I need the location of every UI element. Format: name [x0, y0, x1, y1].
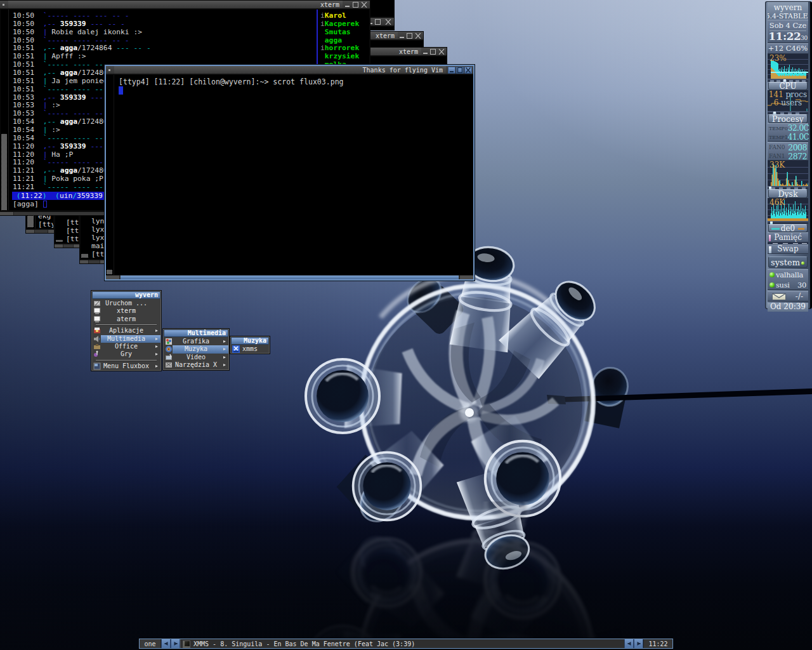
terminal-text: [tt [tt [tt	[66, 218, 79, 243]
resize-grip-left[interactable]	[55, 244, 63, 248]
maximize-button[interactable]	[430, 49, 436, 55]
next-workspace-button[interactable]	[171, 639, 180, 648]
menu-item-aplikacje[interactable]: Aplikacje	[92, 327, 160, 335]
menu-title: wyvern	[92, 291, 160, 299]
gkrellm-net-chart[interactable]: 46K	[768, 198, 808, 221]
vim-xterm-window[interactable]: Thanks for flying Vim [ttyp4] [11:22] [c…	[104, 64, 475, 281]
gkrellm-disk-chart[interactable]: 33K	[768, 161, 808, 186]
fluxbox-root-menu: wyvernUruchom ...xtermatermAplikacjeMult…	[91, 290, 162, 371]
menu-item-narz-dzia-x[interactable]: Narzędzia X	[164, 361, 228, 369]
gkrellm-fans[interactable]: FAN02008FAN12872	[768, 142, 808, 161]
gkrellm-system-button[interactable]: system	[768, 256, 808, 268]
net-rx-indicator	[771, 228, 780, 230]
gkrellm-clock: 11:2230	[768, 31, 808, 44]
swap-krell	[769, 246, 771, 253]
resize-grip-left[interactable]	[80, 260, 89, 263]
window-resize-handle[interactable]	[26, 229, 54, 233]
gkrellm-cpu-button[interactable]: CPU	[768, 82, 808, 90]
next-task-button[interactable]	[634, 639, 643, 648]
xmms-task-icon	[183, 640, 190, 648]
xterm-scrollbar-thumb[interactable]	[1, 134, 7, 210]
close-button[interactable]	[438, 49, 444, 55]
close-button[interactable]	[464, 67, 472, 74]
gkrellm-cpu-chart[interactable]: 23%	[768, 54, 808, 79]
fan-row: FAN02008	[768, 143, 808, 152]
gkrellm-calendar[interactable]: Sob 4 Cze 11:2230	[768, 20, 808, 43]
minimize-button[interactable]	[422, 49, 428, 55]
xterm-scrollbar[interactable]	[1, 10, 9, 210]
menu-item-muzyka[interactable]: Muzyka	[164, 345, 228, 353]
resize-grip-right[interactable]	[73, 244, 79, 248]
resize-grip-left[interactable]	[26, 230, 35, 233]
close-button[interactable]	[385, 19, 391, 25]
gkrellm-monitor[interactable]: wyvern 5.4-STABLE Sob 4 Cze 11:2230 +12 …	[765, 1, 812, 309]
host-led-icon	[769, 282, 775, 288]
task-button-xmms[interactable]: XMMS - 8. Singuila - En Bas De Ma Fenetr…	[180, 639, 624, 648]
host-led-icon	[769, 272, 775, 277]
xterm-scrollbar-thumb[interactable]	[107, 270, 112, 274]
titlebar[interactable]: xterm	[0, 1, 370, 9]
close-button[interactable]	[361, 2, 367, 8]
resize-grip-right[interactable]	[48, 230, 54, 233]
irc-input-line[interactable]: [agga]	[13, 201, 47, 209]
minimize-button[interactable]	[399, 33, 405, 39]
gkrellm-disk-button[interactable]: Dysk	[768, 189, 808, 198]
window-menu-icon[interactable]	[108, 69, 110, 71]
window-resize-handle[interactable]	[80, 260, 106, 263]
gkrellm-proc-chart[interactable]: 141 procs 6 users	[768, 90, 808, 111]
resize-grip-left[interactable]	[0, 212, 14, 215]
temp-row: TEMP032.0C	[768, 124, 808, 133]
run-icon	[93, 300, 101, 307]
gkrellm-swap[interactable]: Swap	[768, 244, 808, 254]
disk-rate-label: 33K	[769, 161, 785, 169]
terminal-window-small-5[interactable]: lynx lyx_ lyx_ mail [tty	[79, 211, 107, 264]
irc-cursor	[43, 201, 47, 208]
prev-workspace-button[interactable]	[161, 639, 171, 648]
menu-item-multimedia[interactable]: Multimedia	[92, 335, 160, 343]
menu-title: Muzyka	[231, 337, 269, 345]
menu-item-xmms[interactable]: xmms	[231, 345, 269, 353]
xterm-scrollbar[interactable]	[106, 75, 114, 275]
host-row: susi30	[768, 280, 808, 290]
submenu-arrow-icon	[155, 338, 158, 340]
gkrellm-hosts[interactable]: valhallasusi30	[768, 269, 808, 290]
menu-separator	[96, 324, 157, 326]
maximize-button[interactable]	[407, 33, 412, 39]
resize-grip-left[interactable]	[106, 275, 120, 279]
minimize-button[interactable]	[448, 67, 455, 74]
fan-row: FAN12872	[768, 152, 808, 161]
close-button[interactable]	[415, 33, 421, 39]
gkrellm-mail[interactable]: -/-	[768, 291, 808, 302]
gkrellm-proc-button[interactable]: Procesy	[768, 114, 808, 123]
terminal-window-small-4[interactable]: [tt [tt [tt	[54, 212, 80, 248]
workspace-label[interactable]: one	[140, 639, 161, 648]
submenu-arrow-icon	[223, 348, 226, 350]
menu-item-grafika[interactable]: Grafika	[164, 338, 228, 345]
shell-prompt: [ttyp4] [11:22] [chilon@wyvern]:~> scrot…	[119, 77, 344, 86]
window-resize-handle[interactable]	[106, 275, 473, 279]
maximize-button[interactable]	[375, 19, 381, 25]
maximize-button[interactable]	[353, 2, 358, 8]
window-resize-handle[interactable]	[55, 244, 79, 248]
gkrellm-net-button[interactable]: de0	[768, 224, 808, 232]
minimize-button[interactable]	[344, 2, 350, 8]
menu-item-aterm[interactable]: aterm	[92, 315, 160, 323]
menu-item-xterm[interactable]: xterm	[92, 307, 160, 315]
terminal-icon	[93, 315, 101, 323]
fluxbox-toolbar[interactable]: one XMMS - 8. Singuila - En Bas De Ma Fe…	[138, 638, 674, 649]
menu-item-gry[interactable]: Gry	[92, 350, 160, 358]
gkrellm-temps[interactable]: TEMP032.0CTEMP141.0C	[768, 123, 808, 142]
menu-item-uruchom-[interactable]: Uruchom ...	[92, 300, 160, 307]
resize-grip-right[interactable]	[459, 275, 473, 279]
gkrellm-memory[interactable]: Pamięć	[768, 232, 808, 242]
menu-item-menu-fluxbox[interactable]: Menu Fluxbox	[92, 362, 160, 370]
titlebar[interactable]: Thanks for flying Vim	[106, 66, 473, 74]
maximize-button[interactable]	[456, 67, 464, 74]
gkrellm-sensors[interactable]: +12 C46%	[768, 43, 808, 54]
menu-item-office[interactable]: Office	[92, 343, 160, 350]
menu-item-video[interactable]: Video	[164, 354, 228, 361]
prev-task-button[interactable]	[624, 639, 634, 648]
video-icon	[165, 354, 173, 361]
menu-title: Multimedia	[164, 329, 228, 337]
window-menu-icon[interactable]	[3, 4, 4, 6]
